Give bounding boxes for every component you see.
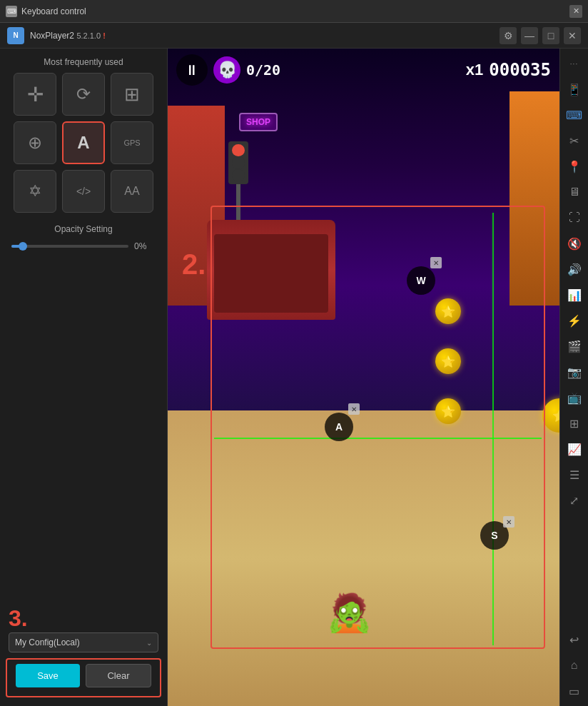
dropdown-arrow-icon: ⌄: [146, 639, 152, 647]
tv-icon[interactable]: 📺: [562, 385, 587, 410]
nox-maximize-btn[interactable]: □: [542, 27, 559, 44]
stats-icon[interactable]: 📊: [562, 283, 587, 307]
close-s-btn[interactable]: ✕: [503, 516, 514, 528]
recent-apps-icon[interactable]: ▭: [562, 679, 587, 703]
opacity-row: 0%: [11, 241, 156, 251]
sync-key-btn[interactable]: [62, 73, 105, 116]
text-a-key-btn[interactable]: A: [62, 121, 105, 164]
crosshair-vertical: [492, 213, 494, 645]
game-key-w[interactable]: W: [407, 266, 435, 295]
key-overlay-box: [211, 206, 545, 649]
opacity-slider[interactable]: [11, 245, 128, 248]
opacity-value: 0%: [134, 241, 156, 251]
record-icon[interactable]: 🎬: [562, 334, 587, 358]
nox-bar: N NoxPlayer2 5.2.1.0 ! ⚙ — □ ✕: [0, 23, 588, 49]
opacity-thumb: [19, 242, 27, 251]
panel-section-title: Most frequently used: [0, 49, 167, 73]
traffic-light-green: [232, 169, 245, 181]
nox-minimize-btn[interactable]: —: [521, 27, 538, 44]
aa-key-btn[interactable]: [111, 170, 153, 213]
save-button[interactable]: Save: [16, 664, 80, 687]
main-content: Most frequently used A Opacity Setting 0…: [0, 49, 588, 706]
game-background: SHOP ⏸ 💀 0/20 x1 000035 1 🪙 HIGH SCORE 👤…: [168, 49, 559, 706]
opacity-section: Opacity Setting 0%: [0, 213, 167, 263]
flash-icon[interactable]: ⚡: [562, 308, 587, 333]
traffic-light-yellow: [232, 156, 245, 168]
right-sidebar: ··· 📱 ⌨ ✂ 📍 🖥 ⛶ 🔇 🔊 📊 ⚡ 🎬 📷 📺 ⊞ 📈 ☰ ⤢ ↩ …: [559, 49, 588, 706]
plus-key-btn[interactable]: [111, 73, 153, 116]
gps-key-btn[interactable]: [111, 121, 153, 164]
key-grid: A: [0, 73, 167, 213]
home-icon[interactable]: ⌂: [562, 653, 587, 677]
close-a-btn[interactable]: ✕: [348, 403, 360, 415]
phone-icon[interactable]: 📱: [562, 77, 587, 101]
list-icon[interactable]: ☰: [562, 463, 587, 487]
nox-window-controls: ⚙ — □ ✕: [500, 27, 581, 44]
opacity-title: Opacity Setting: [11, 224, 156, 234]
step3-label: 3.: [0, 604, 167, 630]
dpad-key-btn[interactable]: [14, 73, 56, 116]
nox-app-title: NoxPlayer2 5.2.1.0 !: [30, 31, 494, 41]
nox-close-btn[interactable]: ✕: [564, 27, 581, 44]
volume-off-icon[interactable]: 🔇: [562, 231, 587, 256]
crosshair-key-btn[interactable]: [14, 121, 56, 164]
star-key-btn[interactable]: [14, 170, 56, 213]
titlebar-app-icon: ⌨: [6, 6, 17, 17]
clear-button[interactable]: Clear: [86, 664, 151, 687]
volume-on-icon[interactable]: 🔊: [562, 257, 587, 281]
code-key-btn[interactable]: [62, 170, 105, 213]
config-dropdown[interactable]: My Config(Local) ⌄: [9, 632, 158, 652]
keyboard-control-panel: Most frequently used A Opacity Setting 0…: [0, 49, 168, 706]
scissors-icon[interactable]: ✂: [562, 128, 587, 153]
traffic-light-box: [228, 141, 248, 184]
skull-icon: 💀: [213, 56, 240, 84]
nox-settings-btn[interactable]: ⚙: [500, 27, 517, 44]
action-buttons-container: Save Clear: [6, 658, 161, 697]
multiplier-display: x1: [466, 61, 483, 79]
score-counter: 0/20: [246, 61, 280, 79]
fullscreen-icon[interactable]: ⛶: [562, 206, 587, 230]
expand-icon[interactable]: ⤢: [562, 488, 587, 513]
titlebar: ⌨ Keyboard control ✕: [0, 0, 588, 23]
game-area: SHOP ⏸ 💀 0/20 x1 000035 1 🪙 HIGH SCORE 👤…: [168, 49, 559, 706]
nox-logo: N: [7, 27, 24, 44]
titlebar-title: Keyboard control: [21, 6, 565, 16]
back-icon[interactable]: ↩: [562, 627, 587, 652]
camera-icon[interactable]: 📷: [562, 360, 587, 384]
game-key-a[interactable]: A: [325, 413, 353, 441]
step2-label: 2.: [182, 248, 206, 281]
chart-icon[interactable]: 📈: [562, 437, 587, 461]
neon-sign: SHOP: [239, 113, 278, 131]
more-icon[interactable]: ···: [562, 51, 587, 76]
monitor-icon[interactable]: 🖥: [562, 180, 587, 204]
traffic-light-red: [232, 144, 245, 156]
pause-icon: ⏸: [185, 62, 199, 79]
titlebar-close-button[interactable]: ✕: [569, 5, 582, 18]
config-section: My Config(Local) ⌄: [0, 630, 167, 658]
location-icon[interactable]: 📍: [562, 154, 587, 178]
keyboard-icon[interactable]: ⌨: [562, 103, 587, 127]
game-hud: ⏸ 💀 0/20 x1 000035: [168, 49, 559, 91]
pause-button[interactable]: ⏸: [176, 54, 208, 86]
multi-icon[interactable]: ⊞: [562, 411, 587, 435]
close-w-btn[interactable]: ✕: [430, 257, 442, 268]
hud-score: 000035: [489, 60, 551, 80]
